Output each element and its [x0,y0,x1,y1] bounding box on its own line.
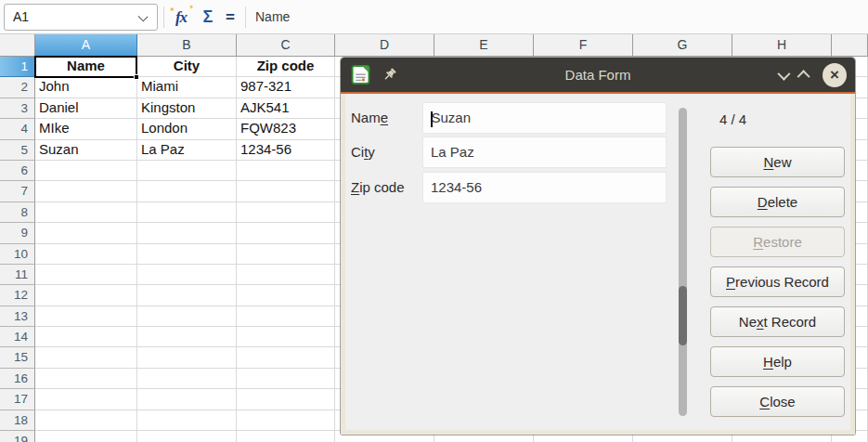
cell[interactable]: Name [35,57,137,77]
delete-button[interactable]: Delete [710,187,845,217]
row-header-11[interactable]: 11 [0,265,35,285]
cell[interactable] [35,431,137,442]
cell[interactable] [237,347,335,368]
cell[interactable] [35,181,137,202]
row-header-6[interactable]: 6 [0,161,35,181]
row-header-9[interactable]: 9 [0,223,35,243]
cell[interactable]: Miami [137,77,237,98]
cell[interactable]: FQW823 [237,119,335,139]
cell[interactable] [35,223,137,243]
cell[interactable] [35,389,137,410]
cell[interactable] [35,161,137,181]
cell[interactable] [137,223,237,243]
previous-record-button[interactable]: Previous Record [710,266,845,297]
next-record-button[interactable]: Next Record [710,306,845,337]
cell[interactable]: Suzan [35,140,137,161]
row-header-18[interactable]: 18 [0,410,35,431]
cell[interactable] [137,285,237,306]
cell[interactable] [137,306,237,327]
row-header-10[interactable]: 10 [0,244,35,265]
cell[interactable] [137,244,237,265]
cell[interactable] [137,431,237,442]
pin-icon[interactable] [382,67,397,83]
column-header-C[interactable]: C [237,34,335,57]
cell[interactable] [137,389,237,410]
row-header-12[interactable]: 12 [0,285,35,306]
name-box-dropdown-icon[interactable] [138,12,149,22]
column-header-B[interactable]: B [137,34,237,57]
cell[interactable]: Daniel [35,98,137,119]
cell[interactable] [137,347,237,368]
cell[interactable]: Kingston [137,98,237,119]
cell[interactable] [137,369,237,389]
row-header-4[interactable]: 4 [0,119,35,139]
cell[interactable] [237,181,335,202]
column-header-partial[interactable] [832,34,868,57]
row-header-17[interactable]: 17 [0,389,35,410]
cell[interactable] [35,265,137,285]
row-header-19[interactable]: 19 [0,431,35,442]
row-header-2[interactable]: 2 [0,77,35,98]
cell[interactable] [137,181,237,202]
new-button[interactable]: New [710,147,845,177]
name-input[interactable]: Suzan [422,102,667,134]
cell[interactable]: 987-321 [237,77,335,98]
row-header-15[interactable]: 15 [0,347,35,368]
cell[interactable]: La Paz [137,140,237,161]
cell[interactable] [237,327,335,347]
column-header-A[interactable]: A [35,34,137,57]
sum-button[interactable]: Σ [197,0,219,34]
column-header-F[interactable]: F [534,34,633,57]
cell[interactable] [237,161,335,181]
select-all-corner[interactable] [0,34,35,57]
zip-code-input[interactable]: 1234-56 [422,172,667,203]
function-wizard-button[interactable]: fx ✶ ✶ [168,0,194,34]
help-button[interactable]: Help [710,346,845,377]
cell[interactable] [35,347,137,368]
cell[interactable] [35,410,137,431]
cell[interactable]: 1234-56 [237,140,335,161]
cell[interactable]: MIke [35,119,137,139]
row-header-7[interactable]: 7 [0,181,35,202]
cell[interactable] [237,285,335,306]
cell[interactable] [137,265,237,285]
cell[interactable]: AJK541 [237,98,335,119]
record-scrollbar[interactable] [679,108,687,416]
cell[interactable]: Zip code [237,57,335,77]
name-box[interactable]: A1 [4,4,158,31]
cell[interactable] [237,389,335,410]
formula-button[interactable]: = [221,0,240,34]
cell[interactable]: City [137,57,237,77]
column-header-E[interactable]: E [434,34,534,57]
cell[interactable] [137,161,237,181]
city-input[interactable]: La Paz [422,136,667,168]
cell[interactable] [237,265,335,285]
column-header-H[interactable]: H [732,34,832,57]
cell[interactable] [237,306,335,327]
row-header-5[interactable]: 5 [0,140,35,161]
cell[interactable]: John [35,77,137,98]
cell[interactable] [137,410,237,431]
cell[interactable] [35,202,137,223]
cell[interactable] [35,306,137,327]
column-header-D[interactable]: D [335,34,434,57]
cell[interactable] [35,327,137,347]
record-scrollbar-thumb[interactable] [679,286,687,345]
cell[interactable] [237,223,335,243]
row-header-3[interactable]: 3 [0,98,35,119]
cell[interactable] [237,431,335,442]
cell[interactable] [137,327,237,347]
cell[interactable] [237,202,335,223]
cell[interactable] [237,244,335,265]
cell[interactable] [237,410,335,431]
row-header-16[interactable]: 16 [0,369,35,389]
row-header-8[interactable]: 8 [0,202,35,223]
row-header-13[interactable]: 13 [0,306,35,327]
column-header-G[interactable]: G [633,34,732,57]
cell[interactable] [137,202,237,223]
cell[interactable]: London [137,119,237,139]
formula-input-line[interactable]: Name [255,0,290,33]
row-header-14[interactable]: 14 [0,327,35,347]
cell[interactable] [35,369,137,389]
cell[interactable] [35,285,137,306]
